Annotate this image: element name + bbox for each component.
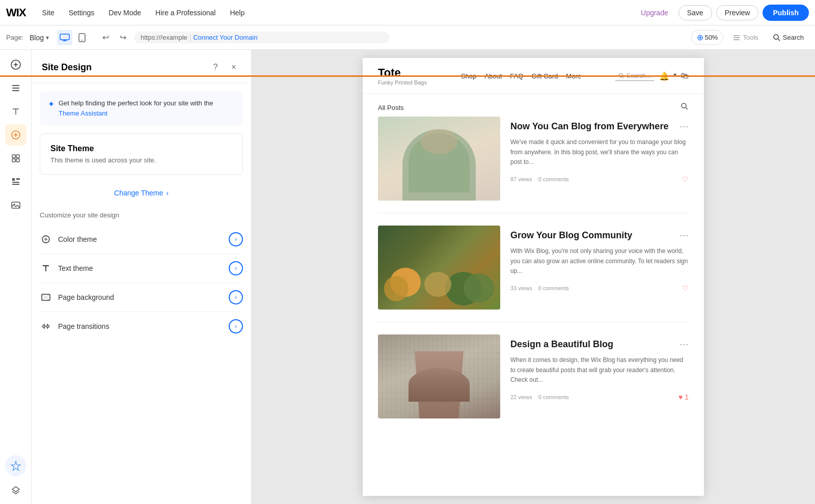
pages-button[interactable]: [5, 77, 26, 99]
icon-sidebar: [0, 50, 32, 504]
redo-button[interactable]: ↪: [115, 30, 130, 45]
svg-rect-6: [12, 88, 19, 89]
nav-help[interactable]: Help: [224, 6, 251, 20]
help-button[interactable]: ?: [208, 60, 223, 74]
url-base: https://: [141, 34, 160, 41]
blog-header: All Posts: [363, 94, 704, 117]
post-more-button-2[interactable]: ⋯: [680, 230, 689, 241]
text-theme-item[interactable]: Text theme ›: [40, 254, 243, 283]
blog-post-3: ⋯ Design a Beautiful Blog When it comes …: [378, 334, 689, 431]
theme-assistant-banner: ✦ Get help finding the perfect look for …: [40, 91, 243, 125]
post-like-button-3[interactable]: ♥ 1: [678, 393, 689, 401]
text-theme-left: Text theme: [40, 262, 93, 274]
panel-header: Site Design ? ×: [32, 50, 251, 83]
theme-assistant-link[interactable]: Theme Assistant: [59, 109, 107, 117]
svg-rect-15: [12, 184, 19, 185]
site-preview: Tote Funky Printed Bags Shop About FAQ G…: [363, 58, 704, 496]
page-selector[interactable]: Blog ▾: [30, 34, 49, 42]
post-image-1: [378, 117, 500, 201]
tools-button[interactable]: Tools: [727, 32, 763, 44]
apps-button[interactable]: [5, 171, 26, 192]
svg-rect-5: [12, 85, 19, 86]
svg-point-3: [774, 35, 778, 39]
post-more-button-3[interactable]: ⋯: [680, 339, 689, 350]
page-label: Page:: [6, 34, 23, 41]
top-navbar: WIX Site Settings Dev Mode Hire a Profes…: [0, 0, 815, 25]
blog-post-1: ⋯ Now You Can Blog from Everywhere We've…: [378, 117, 689, 213]
color-theme-item[interactable]: Color theme ›: [40, 225, 243, 254]
post-image-2: [378, 226, 500, 310]
page-background-item[interactable]: Page background ›: [40, 283, 243, 312]
svg-rect-9: [16, 155, 19, 158]
save-button[interactable]: Save: [678, 5, 712, 20]
close-button[interactable]: ×: [227, 60, 241, 74]
site-logo-tagline: Funky Printed Bags: [378, 79, 427, 86]
desktop-icon[interactable]: [57, 30, 72, 45]
sparkle-icon: ✦: [48, 99, 55, 109]
add-element-button[interactable]: [5, 54, 26, 75]
upgrade-button[interactable]: Upgrade: [635, 6, 674, 20]
site-logo-name: Tote: [378, 66, 427, 79]
undo-button[interactable]: ↩: [98, 30, 113, 45]
svg-rect-8: [12, 155, 15, 158]
post-like-button-1[interactable]: ♡: [682, 175, 689, 183]
post-image-3: [378, 334, 500, 418]
preview-button[interactable]: Preview: [716, 5, 759, 20]
svg-point-19: [45, 238, 47, 241]
text-button[interactable]: [5, 101, 26, 122]
connect-domain-link[interactable]: Connect Your Domain: [193, 34, 257, 41]
page-background-chevron[interactable]: ›: [229, 290, 243, 304]
post-stats-3: 22 views 0 comments: [510, 394, 569, 400]
color-theme-label: Color theme: [58, 235, 97, 243]
nav-settings[interactable]: Settings: [63, 6, 101, 20]
nav-site[interactable]: Site: [36, 6, 61, 20]
ai-button[interactable]: [5, 455, 26, 477]
search-button[interactable]: Search: [768, 32, 809, 44]
text-theme-chevron[interactable]: ›: [229, 261, 243, 275]
color-theme-left: Color theme: [40, 233, 97, 245]
svg-rect-14: [12, 182, 19, 183]
svg-rect-7: [12, 90, 19, 91]
page-transitions-chevron[interactable]: ›: [229, 319, 243, 333]
panel-title: Site Design: [42, 62, 92, 73]
tools-label: Tools: [743, 34, 758, 41]
zoom-level: 50%: [704, 34, 718, 41]
nav-items: Site Settings Dev Mode Hire a Profession…: [36, 6, 635, 20]
customize-section: Customize your site design Color theme ›: [32, 211, 251, 341]
url-path: /example: [160, 34, 187, 41]
change-theme-button[interactable]: Change Theme ›: [40, 183, 243, 203]
nav-hire[interactable]: Hire a Professional: [149, 6, 222, 20]
blog-search-icon[interactable]: [681, 102, 689, 113]
blog-post-2: ⋯ Grow Your Blog Community With Wix Blog…: [378, 226, 689, 322]
url-bar[interactable]: https:// /example | Connect Your Domain: [134, 32, 389, 43]
grid-button[interactable]: [5, 148, 26, 169]
svg-rect-11: [16, 159, 19, 162]
zoom-control[interactable]: ⊕ 50%: [691, 30, 723, 45]
nav-devmode[interactable]: Dev Mode: [102, 6, 147, 20]
post-more-button-1[interactable]: ⋯: [680, 121, 689, 132]
svg-rect-12: [12, 178, 15, 181]
publish-button[interactable]: Publish: [763, 5, 809, 21]
page-transitions-label: Page transitions: [58, 322, 109, 330]
text-theme-icon: [40, 262, 52, 274]
assistant-text: Get help finding the perfect look for yo…: [59, 98, 235, 118]
post-like-button-2[interactable]: ♡: [682, 284, 689, 292]
page-transitions-item[interactable]: Page transitions ›: [40, 312, 243, 341]
theme-button[interactable]: [5, 124, 26, 146]
post-excerpt-1: We've made it quick and convenient for y…: [510, 137, 689, 167]
wix-logo: WIX: [6, 6, 26, 19]
device-icons: [57, 30, 90, 45]
customize-title: Customize your site design: [40, 211, 243, 219]
page-background-label: Page background: [58, 293, 114, 301]
post-title-2: Grow Your Blog Community: [510, 230, 689, 241]
site-theme-title: Site Theme: [50, 144, 232, 153]
mobile-icon[interactable]: [74, 30, 90, 45]
page-name: Blog: [30, 34, 44, 42]
post-content-1: ⋯ Now You Can Blog from Everywhere We've…: [510, 117, 689, 201]
color-theme-chevron[interactable]: ›: [229, 232, 243, 246]
media-button[interactable]: [5, 194, 26, 216]
svg-rect-0: [60, 34, 69, 40]
post-content-wrapper-1: ⋯ Now You Can Blog from Everywhere We've…: [510, 121, 689, 167]
nav-right: Upgrade Save Preview Publish: [635, 5, 809, 21]
layers-button[interactable]: [5, 479, 26, 500]
